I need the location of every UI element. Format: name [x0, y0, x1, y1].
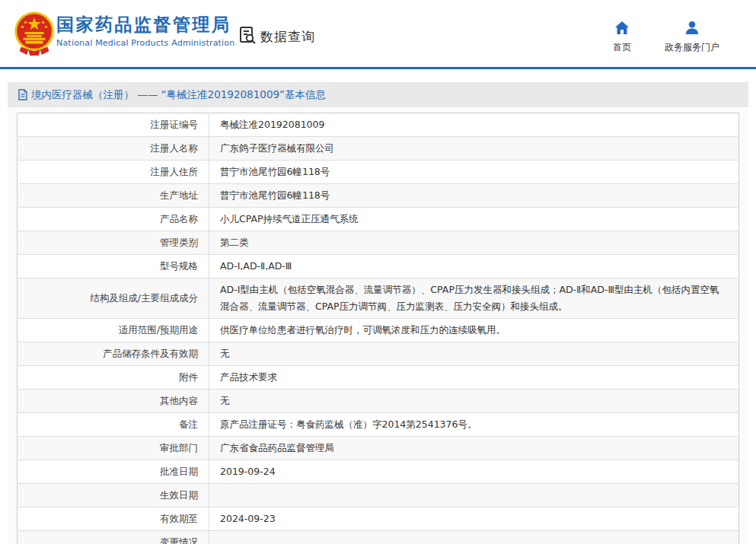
link-home-label: 首页	[613, 41, 631, 54]
row-value: 第二类	[209, 231, 739, 255]
home-icon	[615, 21, 629, 37]
brand-subtitle: National Medical Products Administration	[56, 38, 234, 48]
table-row: 管理类别第二类	[18, 231, 739, 255]
table-row: 产品名称小儿CPAP持续气道正压通气系统	[18, 208, 739, 231]
row-value: 2024-09-23	[209, 507, 739, 531]
row-label: 结构及组成/主要组成成分	[18, 278, 209, 319]
nav-data-query-label: 数据查询	[260, 28, 315, 46]
link-portal-label: 政务服务门户	[665, 41, 719, 54]
row-value: 普宁市池尾竹园6幢118号	[209, 184, 739, 208]
header-divider	[0, 67, 756, 69]
row-value: 2019-09-24	[209, 460, 739, 484]
row-label: 其他内容	[18, 390, 209, 413]
row-label: 产品名称	[18, 208, 209, 231]
row-label: 有效期至	[18, 507, 209, 531]
info-table-body: 注册证编号粤械注准20192081009注册人名称广东鸽子医疗器械有限公司注册人…	[18, 113, 739, 544]
user-icon	[685, 21, 699, 37]
row-label: 注册证编号	[18, 113, 209, 137]
link-portal[interactable]: 政务服务门户	[665, 21, 719, 54]
table-row: 批准日期2019-09-24	[18, 460, 739, 484]
row-value	[209, 484, 739, 507]
row-label: 批准日期	[18, 460, 209, 484]
row-value: 广东鸽子医疗器械有限公司	[209, 137, 739, 161]
row-label: 备注	[18, 413, 209, 437]
info-table-wrap: 注册证编号粤械注准20192081009注册人名称广东鸽子医疗器械有限公司注册人…	[17, 113, 739, 544]
national-emblem-logo	[11, 10, 58, 57]
row-value: 供医疗单位给患者进行氧治疗时，可调氧浓度和压力的连续吸氧用。	[209, 319, 739, 342]
row-value: 普宁市池尾竹园6幢118号	[209, 161, 739, 184]
header-links: 首页 政务服务门户	[613, 21, 719, 54]
document-search-icon	[238, 25, 257, 48]
info-table: 注册证编号粤械注准20192081009注册人名称广东鸽子医疗器械有限公司注册人…	[17, 113, 739, 544]
table-row: 产品储存条件及有效期无	[18, 342, 739, 366]
row-value: 粤械注准20192081009	[209, 113, 739, 137]
table-row: 注册证编号粤械注准20192081009	[18, 113, 739, 137]
row-value: 小儿CPAP持续气道正压通气系统	[209, 208, 739, 231]
section-title-bar: 境内医疗器械（注册） —— “粤械注准20192081009”基本信息	[8, 82, 748, 107]
row-label: 生产地址	[18, 184, 209, 208]
brand-title: 国家药品监督管理局	[56, 13, 234, 36]
table-row: 备注原产品注册证号：粤食药监械（准）字2014第2541376号。	[18, 413, 739, 437]
table-row: 生产地址普宁市池尾竹园6幢118号	[18, 184, 739, 208]
table-row: 有效期至2024-09-23	[18, 507, 739, 531]
row-label: 注册人住所	[18, 161, 209, 184]
row-label: 适用范围/预期用途	[18, 319, 209, 342]
row-value: 广东省食品药品监督管理局	[209, 437, 739, 460]
row-value: AD-Ⅰ,AD-Ⅱ,AD-Ⅲ	[209, 255, 739, 278]
row-label: 型号规格	[18, 255, 209, 278]
row-label: 管理类别	[18, 231, 209, 255]
document-icon	[18, 89, 28, 100]
table-row: 结构及组成/主要组成成分AD-Ⅰ型由主机（包括空氧混合器、流量调节器）、CPAP…	[18, 278, 739, 319]
row-label: 产品储存条件及有效期	[18, 342, 209, 366]
row-value: 无	[209, 342, 739, 366]
table-row: 其他内容无	[18, 390, 739, 413]
row-label: 注册人名称	[18, 137, 209, 161]
table-row: 注册人住所普宁市池尾竹园6幢118号	[18, 161, 739, 184]
table-row: 生效日期	[18, 484, 739, 507]
row-value: AD-Ⅰ型由主机（包括空氧混合器、流量调节器）、CPAP压力发生器和接头组成；A…	[209, 278, 739, 319]
page-header: 国家药品监督管理局 National Medical Products Admi…	[0, 0, 756, 67]
table-row: 适用范围/预期用途供医疗单位给患者进行氧治疗时，可调氧浓度和压力的连续吸氧用。	[18, 319, 739, 342]
nav-data-query[interactable]: 数据查询	[238, 25, 315, 48]
row-value: 产品技术要求	[209, 366, 739, 390]
link-home[interactable]: 首页	[613, 21, 631, 54]
row-value: 原产品注册证号：粤食药监械（准）字2014第2541376号。	[209, 413, 739, 437]
table-row: 型号规格AD-Ⅰ,AD-Ⅱ,AD-Ⅲ	[18, 255, 739, 278]
row-label: 附件	[18, 366, 209, 390]
table-row: 附件产品技术要求	[18, 366, 739, 390]
table-row: 审批部门广东省食品药品监督管理局	[18, 437, 739, 460]
table-row: 注册人名称广东鸽子医疗器械有限公司	[18, 137, 739, 161]
brand-block: 国家药品监督管理局 National Medical Products Admi…	[56, 13, 234, 48]
page-title: 境内医疗器械（注册） —— “粤械注准20192081009”基本信息	[31, 88, 326, 102]
row-label: 生效日期	[18, 484, 209, 507]
content-container: 境内医疗器械（注册） —— “粤械注准20192081009”基本信息 注册证编…	[8, 82, 748, 544]
row-label: 变更情况	[18, 531, 209, 544]
row-value	[209, 531, 739, 544]
table-row: 变更情况	[18, 531, 739, 544]
row-label: 审批部门	[18, 437, 209, 460]
row-value: 无	[209, 390, 739, 413]
